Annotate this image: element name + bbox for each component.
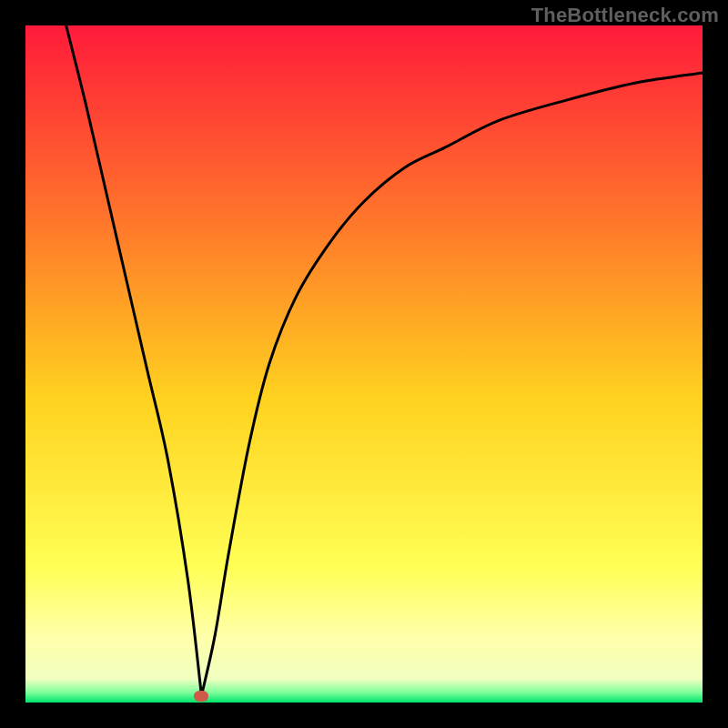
chart-background [25, 25, 703, 703]
optimal-point-marker [194, 691, 208, 702]
watermark-text: TheBottleneck.com [531, 4, 719, 27]
bottleneck-chart [25, 25, 703, 703]
chart-frame [25, 25, 703, 703]
